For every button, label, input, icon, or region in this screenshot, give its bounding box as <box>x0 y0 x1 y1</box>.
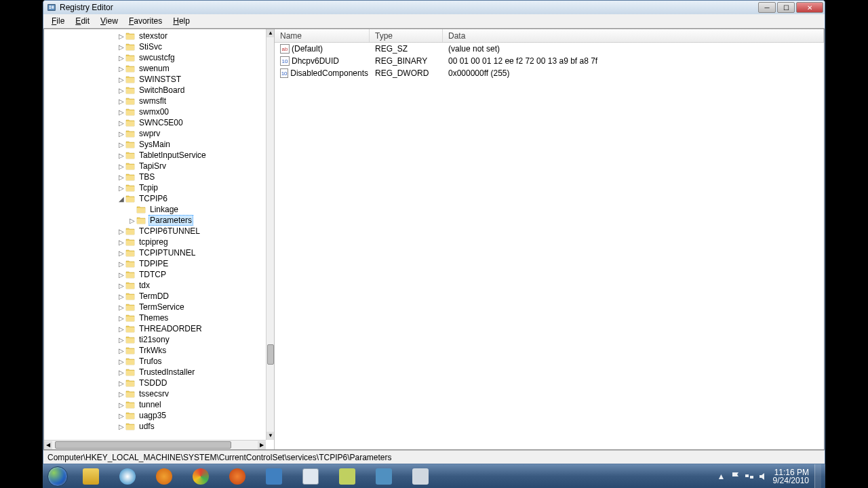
registry-tree[interactable]: ▷stexstor▷StiSvc▷swcustcfg▷swenum▷SWINST… <box>44 29 266 433</box>
taskbar-wmp[interactable] <box>110 466 145 487</box>
values-list[interactable]: ab(Default)REG_SZ(value not set)10Dhcpv6… <box>275 43 824 79</box>
expand-icon[interactable]: ▷ <box>117 174 125 181</box>
taskbar-app3[interactable] <box>330 466 365 487</box>
expand-icon[interactable]: ▷ <box>117 108 125 116</box>
expand-icon[interactable]: ▷ <box>117 380 125 387</box>
expand-icon[interactable]: ▷ <box>117 98 125 105</box>
tree-node-swnc5e00[interactable]: ▷SWNC5E00 <box>44 117 266 128</box>
tree-node-tunnel[interactable]: ▷tunnel <box>44 399 266 410</box>
expand-icon[interactable]: ▷ <box>117 152 125 159</box>
value-row[interactable]: 10DisabledComponentsREG_DWORD0x000000ff … <box>275 67 824 79</box>
expand-icon[interactable]: ▷ <box>117 163 125 170</box>
taskbar-notepad[interactable] <box>293 466 328 487</box>
expand-icon[interactable]: ▷ <box>117 87 125 94</box>
tree-node-swmx00[interactable]: ▷swmx00 <box>44 106 266 117</box>
tree-node-tsddd[interactable]: ▷TSDDD <box>44 378 266 388</box>
column-data[interactable]: Data <box>443 29 824 42</box>
expand-icon[interactable]: ▷ <box>117 423 125 430</box>
taskbar-app5[interactable] <box>403 466 438 487</box>
clock[interactable]: 11:16 PM 9/24/2010 <box>773 468 809 485</box>
expand-icon[interactable]: ▷ <box>117 33 125 40</box>
taskbar-explorer[interactable] <box>73 466 108 487</box>
list-header[interactable]: Name Type Data <box>275 29 824 43</box>
taskbar-app2[interactable] <box>256 466 292 487</box>
tree-node-swenum[interactable]: ▷swenum <box>44 63 266 74</box>
scroll-up-arrow[interactable]: ▲ <box>267 29 275 37</box>
tree-node-stexstor[interactable]: ▷stexstor <box>44 30 266 41</box>
expand-icon[interactable]: ▷ <box>117 130 125 138</box>
tree-node-swcustcfg[interactable]: ▷swcustcfg <box>44 52 266 63</box>
expand-icon[interactable]: ▷ <box>117 260 125 268</box>
taskbar-app1[interactable] <box>146 466 182 487</box>
tree-node-themes[interactable]: ▷Themes <box>44 312 266 323</box>
tree-node-trkwks[interactable]: ▷TrkWks <box>44 345 266 356</box>
tree-node-tdx[interactable]: ▷tdx <box>44 280 266 291</box>
show-desktop-button[interactable] <box>814 464 821 488</box>
expand-icon[interactable]: ▷ <box>117 65 125 73</box>
expand-icon[interactable]: ▷ <box>117 336 125 344</box>
tree-node-trufos[interactable]: ▷Trufos <box>44 356 266 367</box>
tree-node-threadorder[interactable]: ▷THREADORDER <box>44 323 266 334</box>
scroll-right-arrow[interactable]: ▶ <box>258 441 266 449</box>
tree-node-uagp35[interactable]: ▷uagp35 <box>44 410 266 421</box>
scroll-thumb-h[interactable] <box>55 441 231 449</box>
tree-node-termservice[interactable]: ▷TermService <box>44 302 266 312</box>
tree-node-tdtcp[interactable]: ▷TDTCP <box>44 269 266 280</box>
taskbar-chrome[interactable] <box>183 466 218 487</box>
expand-icon[interactable]: ▷ <box>128 217 136 224</box>
expand-icon[interactable]: ▷ <box>117 119 125 127</box>
menu-file[interactable]: File <box>46 15 70 27</box>
tree-node-tcpipreg[interactable]: ▷tcpipreg <box>44 237 266 247</box>
tree-node-tcpip6tunnel[interactable]: ▷TCPIP6TUNNEL <box>44 226 266 237</box>
tree-node-linkage[interactable]: Linkage <box>44 204 266 215</box>
expand-icon[interactable]: ▷ <box>117 249 125 257</box>
scroll-down-arrow[interactable]: ▼ <box>267 432 275 440</box>
expand-icon[interactable]: ▷ <box>117 412 125 420</box>
menu-help[interactable]: Help <box>167 15 195 27</box>
menu-edit[interactable]: Edit <box>70 15 95 27</box>
expand-icon[interactable]: ▷ <box>117 293 125 300</box>
value-row[interactable]: 10Dhcpv6DUIDREG_BINARY00 01 00 01 12 ee … <box>275 55 824 67</box>
tree-node-tssecsrv[interactable]: ▷tssecsrv <box>44 388 266 399</box>
tree-node-ti21sony[interactable]: ▷ti21sony <box>44 334 266 345</box>
expand-icon[interactable]: ▷ <box>117 304 125 311</box>
expand-icon[interactable]: ▷ <box>117 43 125 51</box>
tree-node-tcpiptunnel[interactable]: ▷TCPIPTUNNEL <box>44 247 266 258</box>
expand-icon[interactable]: ▷ <box>117 271 125 279</box>
volume-icon[interactable] <box>758 472 768 481</box>
flag-icon[interactable] <box>731 472 741 481</box>
scroll-left-arrow[interactable]: ◀ <box>44 441 52 449</box>
titlebar[interactable]: Registry Editor ─ ☐ ✕ <box>43 1 825 14</box>
expand-icon[interactable]: ▷ <box>117 76 125 83</box>
expand-icon[interactable]: ▷ <box>117 239 125 246</box>
expand-icon[interactable]: ▷ <box>117 141 125 148</box>
taskbar-firefox[interactable] <box>220 466 255 487</box>
tree-node-tcpip6[interactable]: ◢TCPIP6 <box>44 193 266 204</box>
expand-icon[interactable]: ▷ <box>117 347 125 354</box>
tree-node-udfs[interactable]: ▷udfs <box>44 421 266 432</box>
expand-icon[interactable]: ▷ <box>117 369 125 376</box>
expand-icon[interactable]: ▷ <box>117 54 125 62</box>
tray-arrow-icon[interactable]: ▲ <box>717 472 727 481</box>
tree-node-tbs[interactable]: ▷TBS <box>44 171 266 182</box>
tree-node-swmsflt[interactable]: ▷swmsflt <box>44 96 266 106</box>
tree-node-tcpip[interactable]: ▷Tcpip <box>44 182 266 193</box>
taskbar-app4[interactable] <box>366 466 401 487</box>
expand-icon[interactable]: ▷ <box>117 228 125 235</box>
expand-icon[interactable]: ▷ <box>117 184 125 192</box>
expand-icon[interactable]: ▷ <box>117 401 125 409</box>
tree-node-stisvc[interactable]: ▷StiSvc <box>44 41 266 52</box>
expand-icon[interactable]: ▷ <box>117 282 125 289</box>
menu-favorites[interactable]: Favorites <box>123 15 167 27</box>
tree-node-swprv[interactable]: ▷swprv <box>44 128 266 139</box>
start-button[interactable] <box>43 464 73 488</box>
tree-horizontal-scrollbar[interactable]: ◀ ▶ <box>44 440 266 449</box>
tree-node-termdd[interactable]: ▷TermDD <box>44 291 266 302</box>
close-button[interactable]: ✕ <box>796 2 823 13</box>
value-row[interactable]: ab(Default)REG_SZ(value not set) <box>275 43 824 55</box>
tree-node-sysmain[interactable]: ▷SysMain <box>44 139 266 150</box>
column-type[interactable]: Type <box>370 29 443 42</box>
tree-node-tapisrv[interactable]: ▷TapiSrv <box>44 161 266 171</box>
expand-icon[interactable]: ▷ <box>117 390 125 398</box>
menu-view[interactable]: View <box>95 15 123 27</box>
